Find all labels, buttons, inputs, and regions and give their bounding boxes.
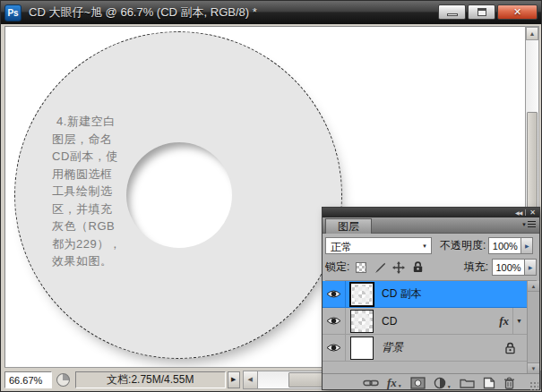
note-line: 都为229）， <box>52 235 158 253</box>
note-line: 区，并填充 <box>52 200 158 218</box>
restore-button[interactable] <box>468 4 495 20</box>
instruction-text: 4.新建空白 图层，命名 CD副本，使 用椭圆选框 工具绘制选 区，并填充 灰色… <box>52 113 158 270</box>
layer-row-cd-copy[interactable]: CD 副本 <box>323 281 527 308</box>
new-layer-button[interactable] <box>483 377 495 389</box>
layer-list: CD 副本 CD fx ▼ <box>323 281 539 373</box>
panel-menu-button[interactable]: ▼ <box>521 221 536 227</box>
restore-icon <box>477 8 486 16</box>
layer-effects-badge[interactable]: fx <box>499 314 509 328</box>
fill-field[interactable]: 100% <box>492 259 525 276</box>
trash-icon <box>503 377 515 389</box>
scroll-left-button[interactable]: ◀ <box>244 371 258 388</box>
panel-menu-caret-icon: ▼ <box>521 222 527 227</box>
lock-icon <box>412 261 424 273</box>
chevron-down-icon: ▼ <box>422 243 427 249</box>
panel-close-icon[interactable]: ✕ <box>529 209 536 217</box>
layer-thumbnail[interactable] <box>350 310 374 333</box>
note-line: 工具绘制选 <box>52 183 158 200</box>
lock-position-button[interactable] <box>391 260 406 274</box>
collapse-to-icons-icon[interactable]: ◀◀ <box>515 209 521 216</box>
caret-icon: ▼ <box>447 384 452 389</box>
layer-row-cd[interactable]: CD fx ▼ <box>323 308 527 335</box>
add-layer-style-button[interactable]: fx ▼ <box>387 378 402 388</box>
note-line: 4.新建空白 <box>52 113 158 131</box>
list-scroll-up-button[interactable]: ▲ <box>528 281 539 292</box>
eye-icon <box>326 289 341 299</box>
effects-collapse-icon[interactable]: ▼ <box>513 318 525 324</box>
flyout-caret-icon: ▶ <box>231 376 236 383</box>
note-line: 效果如图。 <box>52 252 158 270</box>
layers-panel: ◀◀ ✕ 图层 ▼ 正常 ▼ 不透明度: 100% ▶ <box>322 207 540 390</box>
zoom-level-field[interactable]: 66.67% <box>4 371 52 388</box>
new-layer-icon <box>483 377 495 389</box>
folder-icon <box>460 377 475 388</box>
spin-caret-icon: ▶ <box>525 243 529 249</box>
fx-icon: fx <box>387 378 397 388</box>
opacity-slider-button[interactable]: ▶ <box>521 237 533 254</box>
layer-name[interactable]: 背景 <box>382 340 403 355</box>
note-line: 用椭圆选框 <box>52 166 158 183</box>
add-layer-mask-button[interactable] <box>410 377 426 389</box>
eye-icon <box>326 343 341 353</box>
layer-thumbnail[interactable] <box>350 337 374 360</box>
note-line: 图层，命名 <box>52 131 158 149</box>
brush-icon <box>374 261 386 274</box>
fill-label: 填充: <box>464 260 488 275</box>
new-adjustment-layer-button[interactable]: ▼ <box>434 377 452 389</box>
scroll-left-icon: ◀ <box>247 376 252 383</box>
delete-layer-button[interactable] <box>503 377 515 389</box>
layer-name[interactable]: CD <box>382 315 397 328</box>
layer-name[interactable]: CD 副本 <box>382 286 422 302</box>
adjustment-layer-icon <box>434 377 446 389</box>
new-group-button[interactable] <box>460 377 475 388</box>
minimize-icon <box>447 13 458 16</box>
note-line: 灰色（RGB <box>52 217 158 235</box>
photoshop-document-window: Ps CD 大眼仔~旭 @ 66.7% (CD 副本, RGB/8) * ✕ 4… <box>0 0 542 392</box>
blend-mode-dropdown[interactable]: 正常 ▼ <box>325 237 432 254</box>
layer-lock-icon <box>504 342 516 354</box>
caret-icon: ▼ <box>398 383 402 388</box>
close-icon: ✕ <box>513 6 521 18</box>
panel-tab-bar: 图层 ▼ <box>323 217 539 234</box>
chain-link-icon <box>363 379 379 388</box>
document-size-info: 文档:2.75M/4.55M <box>75 371 226 388</box>
panel-strip-divider <box>525 209 526 216</box>
window-title: CD 大眼仔~旭 @ 66.7% (CD 副本, RGB/8) * <box>29 4 257 21</box>
scroll-up-button[interactable]: ▲ <box>526 27 538 40</box>
lock-transparency-button[interactable] <box>354 260 368 274</box>
scroll-down-icon: ▼ <box>531 366 537 371</box>
layer-mask-icon <box>410 377 426 389</box>
minimize-button[interactable] <box>438 4 466 20</box>
title-bar[interactable]: Ps CD 大眼仔~旭 @ 66.7% (CD 副本, RGB/8) * ✕ <box>1 1 541 24</box>
visibility-toggle[interactable] <box>323 281 346 307</box>
lock-all-button[interactable] <box>410 260 425 274</box>
lock-transparency-icon <box>356 262 366 273</box>
tab-layers[interactable]: 图层 <box>325 218 372 234</box>
close-button[interactable]: ✕ <box>497 4 538 20</box>
layer-thumbnail[interactable] <box>350 283 374 306</box>
layer-list-scrollbar[interactable]: ▲ ▼ <box>527 281 539 373</box>
panel-menu-lines-icon <box>528 221 536 227</box>
opacity-label: 不透明度: <box>440 238 486 253</box>
layers-panel-footer: fx ▼ ▼ <box>323 373 539 391</box>
fill-slider-button[interactable]: ▶ <box>525 259 537 276</box>
lock-label: 锁定: <box>325 260 349 275</box>
lock-pixels-button[interactable] <box>373 260 387 274</box>
list-scroll-down-button[interactable]: ▼ <box>528 362 539 373</box>
visibility-toggle[interactable] <box>323 335 346 361</box>
panel-title-strip: ◀◀ ✕ <box>323 208 539 217</box>
visibility-toggle[interactable] <box>323 308 346 334</box>
vertical-scroll-thumb[interactable] <box>527 112 538 219</box>
spin-caret-icon: ▶ <box>529 264 533 270</box>
eye-icon <box>326 316 341 326</box>
layer-row-background[interactable]: 背景 <box>323 335 527 362</box>
opacity-field[interactable]: 100% <box>488 237 521 254</box>
status-clock-icon <box>56 373 70 387</box>
status-flyout-button[interactable]: ▶ <box>228 371 240 388</box>
photoshop-app-icon: Ps <box>4 4 22 21</box>
note-line: CD副本，使 <box>52 148 158 166</box>
link-layers-button[interactable] <box>363 379 379 388</box>
blend-mode-value: 正常 <box>331 241 352 253</box>
panel-resize-grip[interactable] <box>529 380 538 390</box>
scroll-up-icon: ▲ <box>531 284 537 289</box>
